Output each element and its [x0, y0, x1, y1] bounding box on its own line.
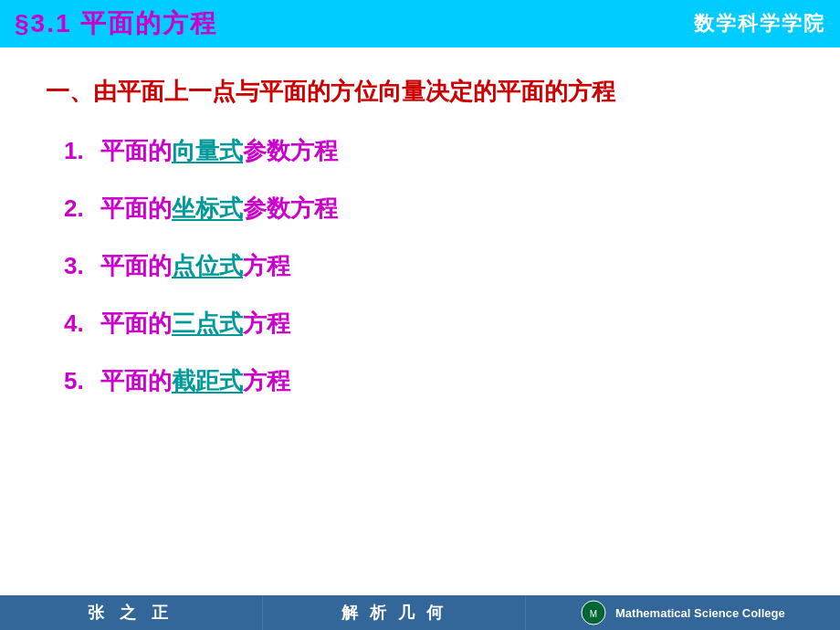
list-item: 2.平面的坐标式参数方程 [64, 193, 794, 225]
list-link[interactable]: 三点式 [172, 310, 243, 337]
svg-text:M: M [590, 609, 597, 619]
list-container: 1.平面的向量式参数方程2.平面的坐标式参数方程3.平面的点位式方程4.平面的三… [46, 135, 794, 397]
header-title: §3.1 平面的方程 [15, 6, 217, 41]
list-text: 平面的点位式方程 [100, 250, 290, 282]
list-number: 5. [64, 367, 100, 395]
footer-left: 张 之 正 [0, 595, 263, 630]
footer-course: 解 析 几 何 [341, 602, 446, 624]
footer-right: M Mathematical Science College [526, 595, 840, 630]
list-text: 平面的截距式方程 [100, 365, 290, 397]
header-college: 数学科学学院 [694, 10, 825, 37]
list-item: 5.平面的截距式方程 [64, 365, 794, 397]
section-title: 一、由平面上一点与平面的方位向量决定的平面的方程 [46, 75, 794, 108]
list-link[interactable]: 坐标式 [172, 194, 243, 222]
list-link[interactable]: 点位式 [172, 252, 243, 279]
footer-author: 张 之 正 [88, 602, 173, 624]
list-link[interactable]: 截距式 [172, 367, 243, 394]
footer: 张 之 正 解 析 几 何 M Mathematical Science Col… [0, 595, 840, 630]
school-logo-icon: M [581, 600, 606, 625]
header: §3.1 平面的方程 数学科学学院 [0, 0, 840, 47]
footer-college-name: Mathematical Science College [615, 606, 785, 620]
list-link[interactable]: 向量式 [172, 137, 243, 164]
list-text: 平面的坐标式参数方程 [100, 193, 338, 225]
list-number: 2. [64, 194, 100, 223]
list-text: 平面的向量式参数方程 [100, 135, 338, 167]
list-text: 平面的三点式方程 [100, 308, 290, 340]
list-number: 3. [64, 252, 100, 280]
list-item: 4.平面的三点式方程 [64, 308, 794, 340]
list-item: 3.平面的点位式方程 [64, 250, 794, 282]
footer-middle: 解 析 几 何 [263, 595, 526, 630]
list-number: 4. [64, 310, 100, 338]
list-item: 1.平面的向量式参数方程 [64, 135, 794, 167]
list-number: 1. [64, 137, 100, 165]
main-content: 一、由平面上一点与平面的方位向量决定的平面的方程 1.平面的向量式参数方程2.平… [0, 47, 840, 586]
